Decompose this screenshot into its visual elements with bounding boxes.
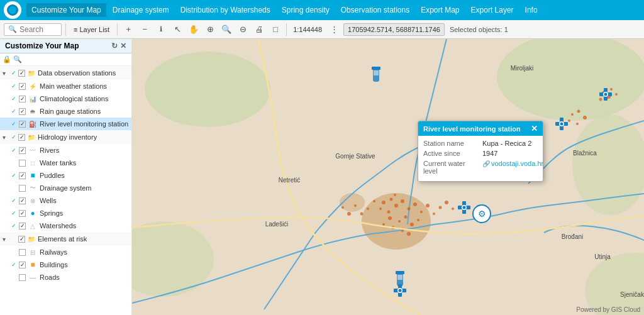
map-svg: Miroljaki Gornje Stative Netretić Ladeši…: [132, 39, 644, 315]
layer-group-risk-header[interactable]: ▾ 📁 Elements at risk: [0, 232, 131, 246]
sidebar-close-icon[interactable]: ✕: [120, 41, 126, 50]
layer-item-wells[interactable]: ⊗ Wells: [0, 194, 131, 207]
pan-tool-button[interactable]: ✋: [187, 23, 201, 36]
visibility-drainage[interactable]: [10, 185, 17, 192]
select-drainage[interactable]: [19, 185, 26, 192]
select-river-monitor[interactable]: [19, 121, 26, 128]
add-marker-button[interactable]: ⊕: [203, 23, 217, 36]
zoom-rect-button[interactable]: 🔍: [219, 23, 233, 36]
nav-item-drainage[interactable]: Drainage system: [108, 3, 174, 17]
visibility-wells[interactable]: [10, 197, 17, 204]
nav-item-spring[interactable]: Spring density: [277, 3, 335, 17]
select-springs[interactable]: [19, 210, 26, 217]
popup-row-station: Station name Kupa - Recica 2: [423, 140, 538, 147]
visibility-roads[interactable]: [10, 274, 17, 281]
layer-item-weather[interactable]: ⚡ Main weather stations: [0, 80, 131, 92]
select-rivers[interactable]: [19, 147, 26, 154]
print-button[interactable]: 🖨: [252, 23, 266, 36]
svg-point-8: [382, 201, 386, 204]
layer-group-observation-header[interactable]: ▾ 📁 Data observation stations: [0, 66, 131, 80]
layer-item-watersheds[interactable]: △ Watersheds: [0, 219, 131, 232]
select-tanks[interactable]: [19, 160, 26, 167]
visibility-clim[interactable]: [10, 96, 17, 102]
visibility-railways[interactable]: [10, 249, 17, 256]
nav-item-export-map[interactable]: Export Map: [416, 3, 464, 17]
select-check-observation[interactable]: [18, 70, 25, 77]
layer-item-river-monitor[interactable]: ⛽ River level monitoring station: [0, 118, 131, 130]
svg-text:Brođani: Brođani: [562, 233, 583, 240]
popup-close-button[interactable]: ✕: [531, 124, 538, 133]
railways-icon: ⊟: [28, 247, 38, 257]
expand-arrow-observation[interactable]: ▾: [3, 70, 9, 77]
expand-arrow-hydrology[interactable]: ▾: [3, 134, 9, 141]
select-clim[interactable]: [19, 96, 26, 102]
popup-link-water[interactable]: 🔗vodostaji.voda.hr: [482, 160, 543, 167]
folder-icon-observation: 📁: [26, 68, 36, 78]
layer-group-hydrology-header[interactable]: ▾ 📁 Hidrology inventory: [0, 130, 131, 144]
layer-item-buildings[interactable]: ■ Buildings: [0, 258, 131, 271]
expand-arrow-risk[interactable]: ▾: [3, 236, 9, 243]
svg-point-29: [388, 216, 392, 220]
select-weather[interactable]: [19, 83, 26, 90]
svg-point-27: [445, 201, 448, 204]
nav-item-info[interactable]: Info: [520, 3, 543, 17]
nav-item-customize[interactable]: Customize Your Map: [26, 3, 106, 17]
select-roads[interactable]: [19, 274, 26, 281]
select-puddles[interactable]: [19, 172, 26, 179]
search-bar[interactable]: 🔍: [4, 23, 62, 36]
sidebar-search-icon[interactable]: 🔍: [13, 55, 22, 64]
nav-item-observation[interactable]: Observation stations: [336, 3, 414, 17]
zoom-out-rect-button[interactable]: ⊖: [236, 23, 250, 36]
zoom-out-button[interactable]: −: [138, 23, 152, 36]
layer-item-railways[interactable]: ⊟ Railways: [0, 246, 131, 258]
layer-label-tanks: Water tanks: [40, 159, 76, 167]
visibility-check-hydrology[interactable]: [10, 134, 17, 141]
nav-item-export-layer[interactable]: Export Layer: [466, 3, 519, 17]
visibility-weather[interactable]: [10, 83, 17, 90]
more-options-button[interactable]: ⋮: [327, 23, 341, 36]
visibility-check-risk[interactable]: [10, 236, 17, 243]
roads-icon: —: [28, 272, 38, 282]
select-buildings[interactable]: [19, 262, 26, 268]
visibility-tanks[interactable]: [10, 160, 17, 167]
layer-item-puddles[interactable]: ■ Puddles: [0, 169, 131, 182]
select-check-hydrology[interactable]: [18, 134, 25, 141]
info-tool-button[interactable]: ℹ: [154, 23, 168, 36]
select-rain[interactable]: [19, 108, 26, 115]
layer-item-rivers[interactable]: 〰 Rivers: [0, 144, 131, 157]
map-container[interactable]: Miroljaki Gornje Stative Netretić Ladeši…: [132, 39, 644, 315]
app-logo: [4, 1, 21, 19]
select-watersheds[interactable]: [19, 223, 26, 229]
zoom-in-button[interactable]: +: [121, 23, 135, 36]
layer-item-rain[interactable]: 🌧 Rain gauge stations: [0, 105, 131, 118]
svg-point-32: [382, 223, 385, 226]
svg-text:Ladešići: Ladešići: [265, 221, 289, 228]
layer-item-roads[interactable]: — Roads: [0, 271, 131, 284]
visibility-river-monitor[interactable]: [10, 121, 17, 128]
svg-point-16: [408, 207, 411, 211]
select-tool-button[interactable]: ↖: [170, 23, 184, 36]
visibility-watersheds[interactable]: [10, 223, 17, 229]
fullscreen-button[interactable]: □: [269, 23, 282, 36]
select-wells[interactable]: [19, 197, 26, 204]
visibility-springs[interactable]: [10, 210, 17, 217]
sidebar-refresh-icon[interactable]: ↻: [111, 41, 118, 50]
search-input[interactable]: [19, 25, 57, 34]
select-railways[interactable]: [19, 249, 26, 256]
svg-point-31: [404, 216, 408, 219]
visibility-puddles[interactable]: [10, 172, 17, 179]
layer-item-springs[interactable]: ● Springs: [0, 207, 131, 219]
layer-list-button[interactable]: ≡ Layer List: [70, 25, 113, 35]
visibility-rivers[interactable]: [10, 147, 17, 154]
svg-point-43: [571, 113, 574, 116]
visibility-buildings[interactable]: [10, 262, 17, 268]
nav-item-distribution[interactable]: Distribution by Watersheds: [175, 3, 275, 17]
layer-item-drainage[interactable]: 〜 Drainage system: [0, 182, 131, 194]
visibility-rain[interactable]: [10, 108, 17, 115]
sidebar-header-controls[interactable]: ↻ ✕: [111, 41, 126, 50]
select-check-risk[interactable]: [18, 236, 25, 243]
visibility-check-observation[interactable]: [10, 70, 17, 77]
tanks-icon: □: [28, 158, 38, 168]
layer-item-water-tanks[interactable]: □ Water tanks: [0, 157, 131, 169]
layer-item-climatological[interactable]: 📊 Climatological stations: [0, 92, 131, 105]
